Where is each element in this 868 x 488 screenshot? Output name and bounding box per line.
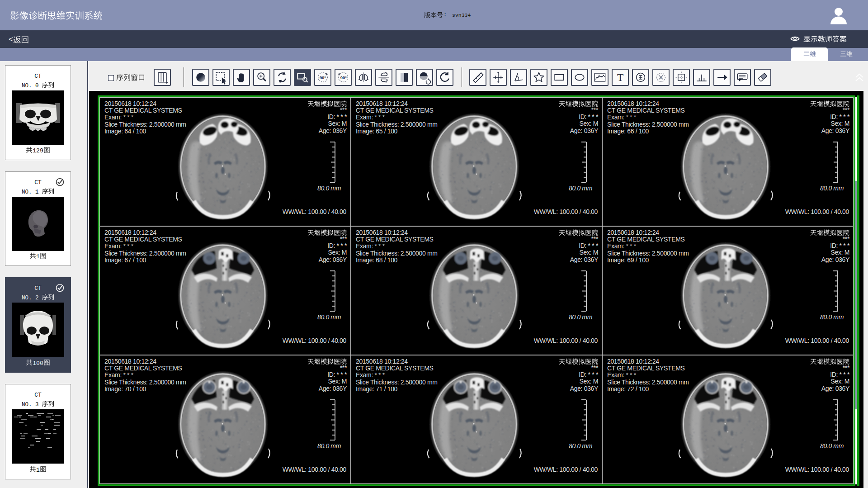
svg-text:T: T	[617, 71, 623, 83]
svg-text:90°: 90°	[320, 75, 326, 80]
svg-text:X: X	[660, 76, 662, 80]
svg-text:90°: 90°	[340, 75, 347, 80]
